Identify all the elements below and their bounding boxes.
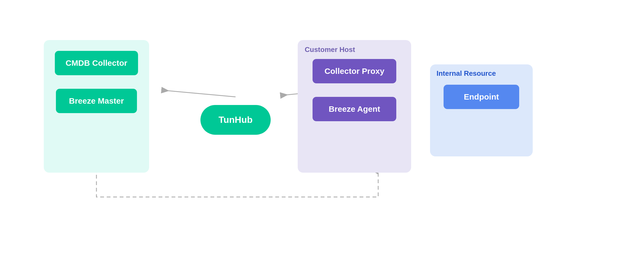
left-panel: CMDB Collector Breeze Master [44,40,149,173]
breeze-master-node: Breeze Master [56,89,137,113]
cmdb-collector-node: CMDB Collector [55,51,138,75]
breeze-master-label: Breeze Master [69,96,124,106]
endpoint-label: Endpoint [464,92,499,101]
tunhub-label: TunHub [219,114,253,125]
customer-host-label: Customer Host [305,45,355,54]
endpoint-node: Endpoint [444,85,519,109]
customer-host-panel: Customer Host Collector Proxy Breeze Age… [298,40,411,173]
breeze-agent-label: Breeze Agent [329,104,380,114]
collector-proxy-node: Collector Proxy [313,59,396,83]
cmdb-collector-label: CMDB Collector [66,58,127,68]
architecture-diagram: CMDB Collector Breeze Master TunHub Cust… [38,18,606,235]
tunhub-node: TunHub [200,105,271,135]
internal-resource-label: Internal Resource [437,69,496,78]
collector-proxy-label: Collector Proxy [324,67,384,76]
tunhub-to-cmdb-arrow [161,90,236,97]
internal-resource-panel: Internal Resource Endpoint [430,64,533,156]
breeze-agent-node: Breeze Agent [313,97,396,121]
